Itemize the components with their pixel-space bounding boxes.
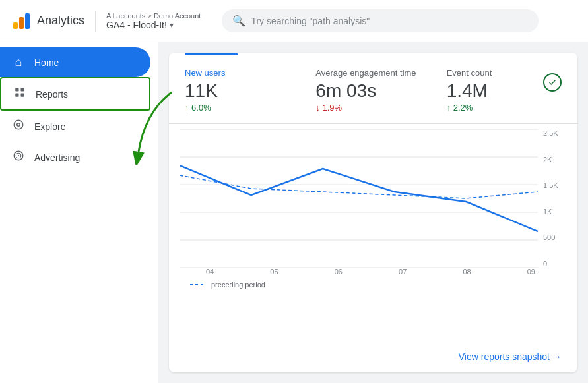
metric-change-events: ↑ 2.2% [447, 103, 492, 113]
x-label-08: 08 [463, 268, 471, 276]
main-layout: ⌂ Home Reports Explore Advertising [0, 42, 588, 383]
y-label-2000: 2K [543, 156, 562, 163]
sidebar-item-explore[interactable]: Explore [0, 111, 150, 142]
svg-rect-4 [15, 94, 18, 97]
x-label-09: 09 [527, 268, 535, 276]
svg-rect-5 [21, 88, 24, 91]
verified-badge [543, 73, 562, 92]
advertising-icon [11, 150, 26, 165]
metric-value-events: 1.4M [447, 80, 492, 102]
y-label-2500: 2.5K [543, 129, 562, 137]
search-placeholder-text: Try searching "path analysis" [251, 16, 370, 26]
y-label-0: 0 [543, 260, 562, 268]
x-axis-labels: 04 05 06 07 08 09 [180, 268, 562, 276]
home-icon: ⌂ [11, 55, 26, 69]
metric-value-engagement: 6m 03s [315, 80, 430, 102]
metric-value-new-users: 11K [185, 80, 300, 102]
svg-point-7 [14, 120, 23, 129]
account-name: GA4 - Flood-It! ▾ [106, 20, 201, 30]
metric-label-events: Event count [447, 68, 492, 78]
sidebar-label-home: Home [34, 57, 59, 68]
x-label-06: 06 [335, 268, 343, 276]
svg-point-11 [18, 155, 19, 156]
svg-rect-3 [15, 88, 18, 91]
legend-preceding-label: preceding period [211, 281, 265, 289]
legend-dashed-line [190, 284, 206, 285]
analytics-logo-icon [11, 11, 32, 32]
chevron-down-icon: ▾ [170, 20, 174, 30]
x-label-04: 04 [206, 268, 214, 276]
y-label-500: 500 [543, 233, 562, 241]
sidebar-item-advertising[interactable]: Advertising [0, 142, 150, 173]
metric-engagement: Average engagement time 6m 03s ↓ 1.9% [315, 68, 446, 113]
report-card: New users 11K ↑ 6.0% Average engagement … [169, 53, 577, 372]
metric-event-count: Event count 1.4M ↑ 2.2% [447, 68, 562, 113]
explore-icon [11, 119, 26, 134]
x-label-05: 05 [270, 268, 278, 276]
metric-label-engagement: Average engagement time [315, 68, 430, 78]
metric-new-users: New users 11K ↑ 6.0% [185, 68, 315, 113]
svg-rect-6 [21, 94, 24, 97]
sidebar-item-reports[interactable]: Reports [0, 77, 150, 111]
line-chart [180, 129, 538, 268]
svg-rect-1 [19, 17, 24, 29]
logo-area: Analytics [11, 11, 96, 32]
metric-change-engagement: ↓ 1.9% [315, 103, 430, 113]
sidebar-item-home[interactable]: ⌂ Home [0, 47, 150, 77]
metric-change-new-users: ↑ 6.0% [185, 103, 300, 113]
sidebar-label-reports: Reports [36, 89, 68, 100]
arrow-right-icon: → [552, 351, 562, 362]
account-selector[interactable]: All accounts > Demo Account GA4 - Flood-… [96, 12, 211, 30]
main-content-area: New users 11K ↑ 6.0% Average engagement … [158, 42, 588, 383]
search-bar[interactable]: 🔍 Try searching "path analysis" [222, 9, 539, 32]
svg-rect-0 [13, 22, 18, 29]
search-icon: 🔍 [232, 15, 245, 27]
view-reports-link[interactable]: View reports snapshot → [459, 351, 562, 362]
y-label-1000: 1K [543, 208, 562, 216]
svg-point-8 [17, 123, 20, 127]
sidebar-label-advertising: Advertising [34, 152, 80, 163]
view-reports-label: View reports snapshot [459, 351, 550, 362]
svg-rect-2 [25, 13, 30, 29]
y-axis-labels: 2.5K 2K 1.5K 1K 500 0 [538, 129, 562, 268]
metrics-row: New users 11K ↑ 6.0% Average engagement … [169, 55, 577, 124]
sidebar: ⌂ Home Reports Explore Advertising [0, 42, 158, 383]
app-title: Analytics [37, 14, 84, 28]
x-label-07: 07 [399, 268, 407, 276]
chart-area: 2.5K 2K 1.5K 1K 500 0 04 05 06 07 08 09 [169, 124, 577, 295]
sidebar-label-explore: Explore [34, 121, 65, 132]
y-label-1500: 1.5K [543, 181, 562, 189]
chart-legend: preceding period [180, 278, 562, 291]
metric-label-new-users: New users [185, 68, 300, 78]
app-header: Analytics All accounts > Demo Account GA… [0, 0, 588, 42]
reports-icon [12, 86, 28, 102]
account-breadcrumb: All accounts > Demo Account [106, 12, 201, 20]
